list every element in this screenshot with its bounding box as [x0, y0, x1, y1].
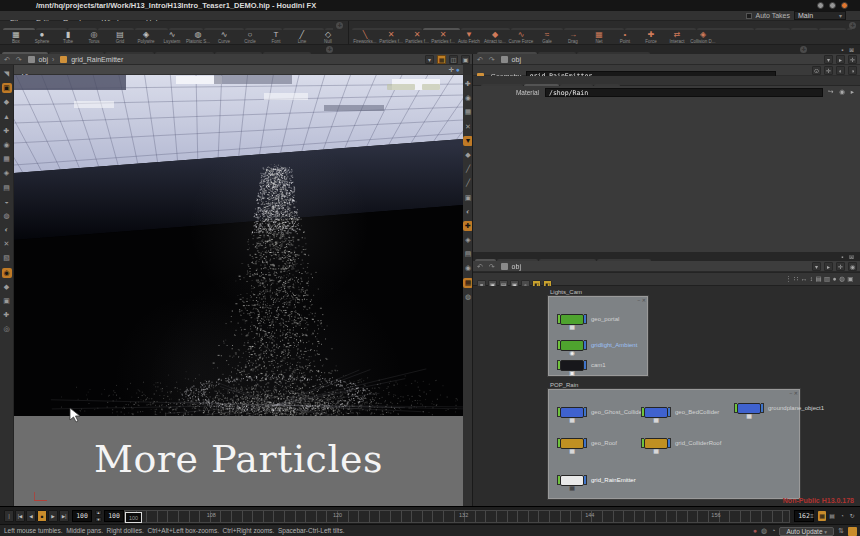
node-display-flag[interactable]: [584, 314, 587, 324]
shelf-tool[interactable]: ◇Null: [315, 30, 341, 45]
shelf-tool[interactable]: ▤Grid: [107, 30, 133, 45]
cook-indicator-icon[interactable]: [848, 527, 857, 536]
path-root[interactable]: obj: [39, 56, 48, 63]
node-display-flag[interactable]: [584, 360, 587, 370]
auto-takes-toggle[interactable]: Auto Takes: [746, 12, 790, 20]
shelf-tool[interactable]: ✕Particles f...: [378, 30, 404, 45]
shelf-tool[interactable]: •Point: [612, 30, 638, 45]
scene-viewport[interactable]: [14, 75, 463, 416]
network-node[interactable]: ▦ grid_ColliderRoof: [641, 437, 721, 449]
path-toolbar-icon[interactable]: ▾: [812, 262, 821, 271]
network-toolbar-icon[interactable]: ▣: [847, 275, 856, 282]
transport-button[interactable]: ■: [37, 510, 47, 522]
path-toolbar-icon[interactable]: ▸: [836, 55, 845, 64]
transport-button[interactable]: ▶: [48, 510, 58, 522]
network-box-pop-rain[interactable]: POP_Rain − ✕ ▦ geo_Ghost_Collider ▦ geo_…: [548, 389, 800, 499]
back-icon[interactable]: ↶: [477, 263, 483, 270]
param-header-icon[interactable]: ◑: [848, 66, 857, 75]
param-header-icon[interactable]: ✛: [824, 66, 833, 75]
shelf-tool[interactable]: ╱Line: [289, 30, 315, 45]
network-node[interactable]: ▦ groundplane_object1: [734, 402, 824, 414]
tool-icon[interactable]: ◈: [2, 168, 12, 178]
forward-icon[interactable]: ↷: [16, 56, 22, 63]
tool-icon[interactable]: ◎: [2, 324, 12, 334]
network-node[interactable]: ▦ geo_Roof: [557, 437, 617, 449]
shelf-tool[interactable]: ◆Attract to...: [482, 30, 508, 45]
playbar-option-icon[interactable]: ▤: [828, 511, 836, 521]
frame-field[interactable]: 100: [72, 510, 92, 522]
shelf-tool[interactable]: ●Sphere: [29, 30, 55, 45]
playbar-option-icon[interactable]: ◔: [838, 511, 846, 521]
tool-icon[interactable]: ✚: [2, 310, 12, 320]
memory-icon[interactable]: ◔: [771, 526, 775, 536]
network-toolbar-icon[interactable]: ∷: [794, 275, 801, 282]
node-display-flag[interactable]: [584, 340, 587, 350]
node-display-flag[interactable]: [584, 475, 587, 485]
path-node[interactable]: grid_RainEmitter: [71, 56, 123, 63]
network-node[interactable]: ▣ cam1: [557, 359, 606, 371]
tool-icon[interactable]: ▦: [2, 154, 12, 164]
shelf-tool[interactable]: ▮Tube: [55, 30, 81, 45]
shelf-tool[interactable]: ∿Lsystem: [159, 30, 185, 45]
transport-button[interactable]: ▶|: [59, 510, 69, 522]
path-root[interactable]: obj: [512, 56, 521, 63]
help-icon[interactable]: ●: [456, 66, 460, 73]
network-node[interactable]: ▦ geo_Ghost_Collider: [557, 406, 644, 418]
tool-icon[interactable]: ◉: [2, 268, 12, 278]
tool-icon[interactable]: ▣: [2, 296, 12, 306]
network-toolbar-icon[interactable]: ⋮: [785, 275, 794, 282]
shelf-tool[interactable]: ◣Knife: [341, 30, 347, 45]
tool-icon[interactable]: ◍: [2, 211, 12, 221]
shelf-tool[interactable]: ✚Force: [638, 30, 664, 45]
transport-button[interactable]: ◀: [26, 510, 36, 522]
transport-button[interactable]: |◀: [15, 510, 25, 522]
current-frame-marker[interactable]: 100: [125, 512, 142, 523]
network-box-controls[interactable]: − ✕: [790, 390, 799, 396]
range-toggle-icon[interactable]: ▴: [95, 510, 102, 515]
minimize-button[interactable]: [817, 2, 824, 9]
tool-icon[interactable]: ◥: [2, 69, 12, 79]
path-toolbar-icon[interactable]: ▸: [824, 262, 833, 271]
new-tab-icon[interactable]: ✛: [326, 46, 333, 53]
tool-icon[interactable]: ◆: [2, 97, 12, 107]
shelf-tool[interactable]: ▼Auto Fetch: [456, 30, 482, 45]
shelf-gear-icon[interactable]: ✛: [336, 22, 343, 29]
path-toolbar-icon[interactable]: ▾: [824, 55, 833, 64]
shelf-tool[interactable]: ▦Net: [586, 30, 612, 45]
playbar-option-icon[interactable]: ↻: [848, 511, 856, 521]
material-input[interactable]: /shop/Rain: [545, 88, 823, 97]
shelf-tool[interactable]: ◈Polywire: [133, 30, 159, 45]
range-toggle-icon[interactable]: ▾: [95, 517, 102, 522]
network-canvas[interactable]: Lights_Cam − ✕ ▦ geo_portal ◉ gridlight_…: [473, 286, 860, 506]
shelf-tool[interactable]: ○Circle: [237, 30, 263, 45]
tool-icon[interactable]: ◆: [2, 282, 12, 292]
tool-icon[interactable]: ✕: [2, 239, 12, 249]
network-node[interactable]: ▦ geo_BedCollider: [641, 406, 719, 418]
shelf-tool[interactable]: ◍Platonic S...: [185, 30, 211, 45]
pane-control-icons[interactable]: ▪ ⊠: [841, 46, 856, 53]
shelf-tool[interactable]: ≈Gale: [534, 30, 560, 45]
shelf-tool[interactable]: ✕Particles f...: [430, 30, 456, 45]
network-toolbar-icon[interactable]: ▥: [824, 275, 833, 282]
shelf-tool[interactable]: →Drag: [560, 30, 586, 45]
network-box-lights-cam[interactable]: Lights_Cam − ✕ ▦ geo_portal ◉ gridlight_…: [548, 296, 648, 376]
pane-control-icons[interactable]: ▪ ⊠: [841, 253, 856, 260]
tool-icon[interactable]: ◐: [2, 225, 12, 235]
shelf-tool[interactable]: ╲Fireworks...: [352, 30, 378, 45]
network-box-controls[interactable]: − ✕: [638, 297, 647, 303]
path-toolbar-icon[interactable]: ▣: [461, 55, 470, 64]
forward-icon[interactable]: ↷: [489, 263, 495, 270]
shelf-tool[interactable]: TFont: [263, 30, 289, 45]
tool-icon[interactable]: ✚: [2, 126, 12, 136]
node-display-flag[interactable]: [761, 403, 764, 413]
shelf-tool[interactable]: ⇄Interact: [664, 30, 690, 45]
back-icon[interactable]: ↶: [4, 56, 10, 63]
param-header-icon[interactable]: ⊙: [812, 66, 821, 75]
update-toggle-icon[interactable]: ⇅: [838, 526, 844, 536]
timeline-ruler[interactable]: 108 120 132 144 156 100: [124, 510, 790, 523]
path-toolbar-icon[interactable]: ✛: [836, 262, 845, 271]
transport-button[interactable]: |◀◀: [4, 510, 14, 522]
tool-icon[interactable]: ▲: [2, 112, 12, 122]
maximize-button[interactable]: [829, 2, 836, 9]
shelf-tool[interactable]: ◈Collision D...: [690, 30, 716, 45]
